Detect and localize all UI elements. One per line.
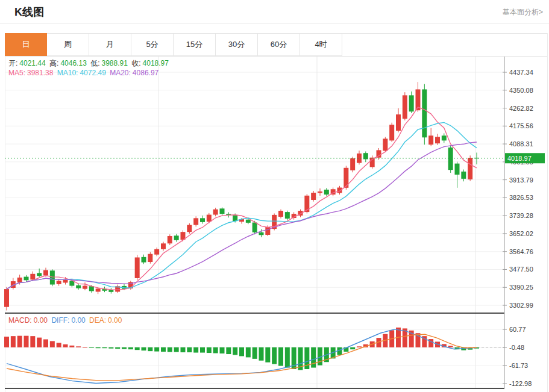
low-label: 低: — [90, 59, 99, 67]
svg-text:3477.50: 3477.50 — [509, 266, 533, 273]
svg-text:4350.08: 4350.08 — [509, 87, 533, 94]
high-label: 高: — [49, 59, 58, 67]
diff-label: DIFF: — [51, 316, 69, 325]
high-value: 4046.13 — [60, 59, 86, 67]
svg-text:3913.79: 3913.79 — [509, 176, 533, 184]
svg-text:4175.56: 4175.56 — [509, 122, 533, 129]
svg-text:4262.82: 4262.82 — [509, 105, 533, 112]
dea-value: 0.00 — [108, 316, 122, 325]
ma20-value: 4086.97 — [133, 69, 158, 77]
ma20-label: MA20: — [110, 69, 131, 77]
macd-label: MACD: — [8, 316, 32, 325]
ma10-label: MA10: — [57, 69, 78, 77]
open-value: 4021.44 — [19, 59, 45, 67]
ma5-value: 3981.38 — [27, 69, 53, 77]
ma-readout: MA5:3981.38 MA10:4072.49 MA20:4086.97 — [8, 69, 160, 77]
close-value: 4018.97 — [143, 59, 169, 67]
macd-value: 0.00 — [34, 316, 48, 325]
svg-text:3564.76: 3564.76 — [509, 248, 533, 255]
svg-text:4437.34: 4437.34 — [509, 69, 533, 76]
svg-text:4018.97: 4018.97 — [507, 155, 532, 162]
svg-text:-122.98: -122.98 — [509, 380, 532, 387]
dea-label: DEA: — [89, 316, 106, 325]
svg-text:-0.48: -0.48 — [509, 344, 524, 351]
close-label: 收: — [131, 59, 140, 67]
ohlc-readout: 开:4021.44 高:4046.13 低:3988.91 收:4018.97 — [8, 58, 171, 69]
svg-text:4088.31: 4088.31 — [509, 140, 533, 148]
ma5-label: MA5: — [8, 69, 25, 77]
current-price-tag: 4018.97 — [505, 153, 545, 163]
ma10-value: 4072.49 — [80, 69, 105, 77]
low-value: 3988.91 — [102, 59, 128, 67]
macd-readout: MACD:0.00 DIFF:0.00 DEA:0.00 — [8, 316, 124, 325]
svg-text:3739.28: 3739.28 — [509, 212, 533, 219]
diff-value: 0.00 — [71, 316, 85, 325]
svg-text:60.77: 60.77 — [509, 326, 526, 333]
svg-text:3652.02: 3652.02 — [509, 230, 533, 237]
svg-text:3390.25: 3390.25 — [509, 284, 533, 291]
svg-text:3302.99: 3302.99 — [509, 302, 533, 309]
open-label: 开: — [8, 59, 17, 67]
svg-text:3826.53: 3826.53 — [509, 194, 533, 201]
svg-text:-61.73: -61.73 — [509, 362, 528, 369]
